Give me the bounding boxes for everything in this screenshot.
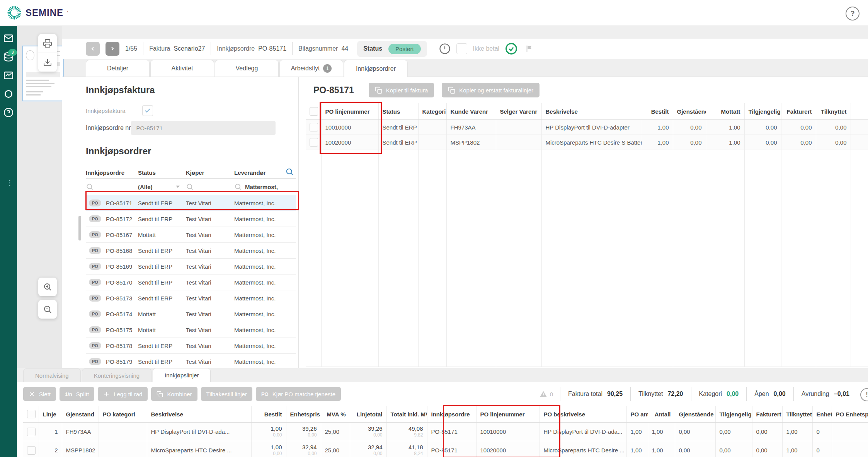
col-selger-varenr[interactable]: Selger Varenr [496,103,541,120]
col-enhetspris[interactable]: Enhetspris [286,406,321,423]
col-enhet[interactable]: Enhet [812,406,832,423]
row-checkbox[interactable] [27,428,36,436]
reports-icon[interactable] [3,70,14,80]
order-buyer: Test Vitari [186,216,234,222]
col-fakturert[interactable]: Fakturert [781,103,816,120]
filter-order-number[interactable] [86,183,138,191]
filter-supplier[interactable]: Mattermost, [234,183,296,191]
col-status[interactable]: Status [378,103,418,120]
select-all-checkbox[interactable] [310,107,318,116]
order-row[interactable]: POPO-85178 Sendt til ERP Test Vitari Mat… [86,338,296,354]
mail-icon[interactable] [3,33,14,43]
po-number-field[interactable]: PO-85171 [131,121,276,135]
exclamation-circle-icon[interactable] [439,43,451,55]
download-icon[interactable] [38,53,57,72]
select-all-checkbox[interactable] [27,410,36,418]
help-icon[interactable]: ? [846,7,859,20]
flag-icon[interactable] [525,44,533,53]
col-gjenstand[interactable]: Gjenstand [62,406,99,423]
order-row-selected[interactable]: POPO-85171 Sendt til ERP Test Vitari Mat… [86,195,296,211]
innkjopsfaktura-checkbox[interactable] [142,105,153,116]
panel-scrollbar[interactable] [78,216,81,240]
tab-label: Vedlegg [236,65,258,72]
col-po-linjenummer[interactable]: PO linjenummer [476,406,540,423]
col-status[interactable]: Status [138,169,186,176]
col-tilgjengelig[interactable]: Tilgjengelig [715,406,752,423]
row-checkbox[interactable] [310,138,318,147]
order-row[interactable]: POPO-85179 Sendt til ERP Test Vitari Mat… [86,354,296,368]
row-checkbox[interactable] [27,446,36,455]
support-icon[interactable] [3,107,14,118]
col-gjenstaende[interactable]: Gjenstående [675,406,715,423]
order-row[interactable]: POPO-85168 Sendt til ERP Test Vitari Mat… [86,243,296,259]
tab-innkjopsordrer[interactable]: Innkjøpsordrer [344,60,408,77]
col-po-enhetspris[interactable]: PO Enhetspr [832,406,868,423]
col-po-linjenummer[interactable]: PO linjenummer [321,103,378,120]
col-kjoper[interactable]: Kjøper [186,169,234,176]
po-line-row[interactable]: 10010000 Sendt til ERP FH973AA HP Displa… [306,120,868,135]
col-gjenstaende[interactable]: Gjenstående [673,103,706,120]
zoom-out-icon[interactable] [38,300,57,319]
col-beskrivelse[interactable]: Beskrivelse [147,406,251,423]
previous-document-button[interactable] [86,42,100,56]
next-document-button[interactable] [106,42,119,56]
col-antall[interactable]: Antall [648,406,675,423]
rail-menu-icon[interactable]: ⋮ [6,182,13,184]
run-po-match-button[interactable]: PO Kjør PO matche tjeneste [256,387,341,401]
col-bestilt[interactable]: Bestilt [642,103,673,120]
tab-konteringsvisning[interactable]: Konteringsvisning [82,368,151,382]
order-row[interactable]: POPO-85169 Sendt til ERP Test Vitari Mat… [86,259,296,275]
combine-button[interactable]: Kombiner [151,387,197,401]
copy-replace-lines-button[interactable]: Kopier og erstatt fakturalinjer [442,83,540,97]
copy-to-invoice-button[interactable]: Kopier til faktura [369,83,434,97]
filter-status-select[interactable]: (Alle) [138,184,186,190]
invoice-line-row[interactable]: 1 FH973AA HP DisplayPort til DVI-D-ada..… [23,423,868,441]
tab-normalvising[interactable]: Normalvising [23,368,81,382]
col-tilknyttet[interactable]: Tilknyttet [816,103,851,120]
col-innkjopsordre[interactable]: Innkjøpsordre [86,169,138,176]
add-row-button[interactable]: Legg til rad [98,387,148,401]
col-po-beskrivelse[interactable]: PO beskrivelse [540,406,626,423]
col-tilgjengelig[interactable]: Tilgjengelig [744,103,781,120]
col-kategori[interactable]: Kategori [418,103,446,120]
split-button[interactable]: 1/n Splitt [60,387,94,401]
col-kunde-varenr[interactable]: Kunde Varenr [446,103,496,120]
tab-innkjopslinjer[interactable]: Innkjøpslinjer [153,368,211,382]
order-number: PO-85173 [106,295,132,302]
order-row[interactable]: POPO-85170 Sendt til ERP Test Vitari Mat… [86,275,296,290]
col-po-kategori[interactable]: PO kategori [99,406,147,423]
col-totalt-inkl-mva[interactable]: Totalt inkl. MVA [386,406,427,423]
order-row[interactable]: POPO-85172 Sendt til ERP Test Vitari Mat… [86,211,296,227]
info-circle-icon[interactable]: ! [860,388,868,401]
zoom-in-icon[interactable] [38,278,57,296]
col-fakturert[interactable]: Fakturert [752,406,782,423]
col-linjetotal[interactable]: Linjetotal [350,406,386,423]
col-tilknyttet[interactable]: Tilknyttet [782,406,812,423]
col-linje[interactable]: Linje [39,406,62,423]
col-bestilt[interactable]: Bestilt [251,406,286,423]
reset-lines-button[interactable]: Tilbakestill linjer [201,387,252,401]
col-mottatt[interactable]: Mottatt [706,103,744,120]
print-icon[interactable] [38,34,57,53]
invoices-icon[interactable]: 3 [3,52,14,62]
row-checkbox[interactable] [310,123,318,131]
filter-buyer[interactable] [186,183,234,191]
po-line-row[interactable]: 10020000 Sendt til ERP MSPP1802 MicroSpa… [306,135,868,150]
tab-detaljer[interactable]: Detaljer [86,60,150,77]
order-row[interactable]: POPO-85173 Sendt til ERP Test Vitari Mat… [86,290,296,306]
col-innkjopsordre[interactable]: Innkjøpsordre [427,406,476,423]
ikke-betal-checkbox[interactable] [456,43,467,54]
invoice-line-row[interactable]: 2 MSPP1802 MicroSpareparts HTC Desire ..… [23,441,868,457]
tab-vedlegg[interactable]: Vedlegg [215,60,279,77]
tab-arbeidsflyt[interactable]: Arbeidsflyt 1 [279,60,343,77]
col-mva[interactable]: MVA % [321,406,350,423]
col-po-antall[interactable]: PO antall [626,406,648,423]
col-beskrivelse[interactable]: Beskrivelse [541,103,642,120]
delete-button[interactable]: Slett [23,387,56,401]
order-row[interactable]: POPO-85175 Mottatt Test Vitari Mattermos… [86,322,296,338]
orders-search-icon[interactable] [285,167,294,176]
target-icon[interactable] [3,89,14,99]
order-row[interactable]: POPO-85174 Mottatt Test Vitari Mattermos… [86,306,296,322]
order-row[interactable]: POPO-85167 Mottatt Test Vitari Mattermos… [86,227,296,243]
tab-aktivitet[interactable]: Aktivitet [150,60,214,77]
